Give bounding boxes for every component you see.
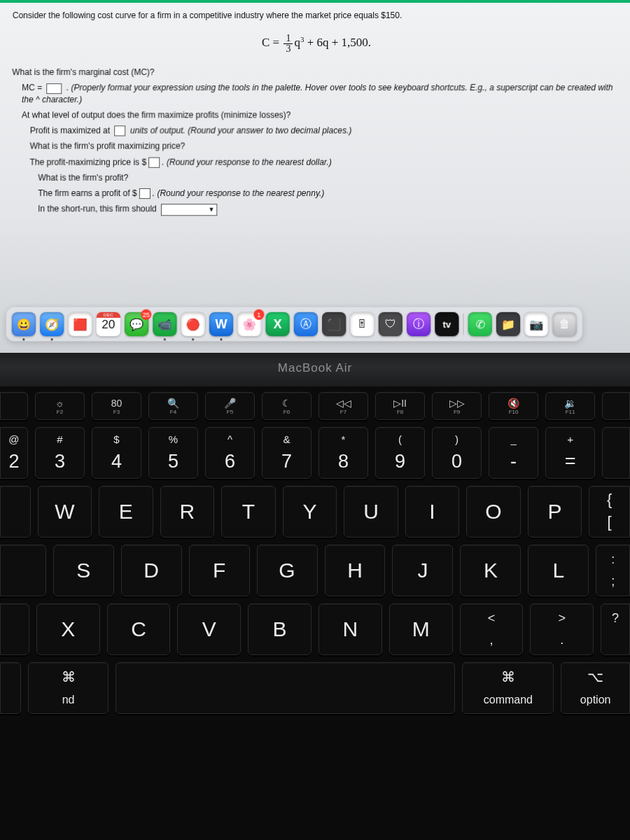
key-f1-partial[interactable] [0,392,28,420]
key-k[interactable]: K [460,545,521,596]
key-0[interactable]: )0 [432,427,482,479]
key-9[interactable]: (9 [375,427,425,479]
key-bracket-left[interactable]: {[ [589,486,630,538]
key-r[interactable]: R [160,486,215,538]
launchpad-icon[interactable]: 🟥 [68,312,92,336]
macos-dock: 😀 🧭 🟥 DEC 20 💬 25 📹 🔴 W 🌸 1 X Ⓐ ⬛ 🎚 🛡 ⓘ … [6,307,582,342]
key-a-partial[interactable] [0,545,46,596]
mc-question: What is the firm's marginal cost (MC)? [12,66,624,78]
excel-icon[interactable]: X [265,312,289,336]
calendar-icon[interactable]: DEC 20 [97,312,120,336]
key-d[interactable]: D [121,545,182,596]
key-command-left[interactable]: ⌘ nd [28,662,108,714]
key-s[interactable]: S [53,545,114,596]
facetime-icon[interactable]: 📹 [153,312,176,336]
key-h[interactable]: H [325,545,386,596]
key-g[interactable]: G [257,545,318,596]
key-lower: [ [608,513,612,531]
profit-input[interactable] [139,188,150,199]
key-5[interactable]: %5 [148,427,198,479]
key-i[interactable]: I [405,486,460,538]
key-z-partial[interactable] [0,603,29,655]
key-e[interactable]: E [99,486,153,538]
key-fn-partial[interactable] [0,662,21,714]
key-comma[interactable]: <, [460,603,524,655]
key-7[interactable]: &7 [262,427,312,479]
key-p[interactable]: P [528,486,582,538]
key-period[interactable]: >. [530,603,594,655]
key-f9[interactable]: ▷▷F9 [432,392,482,420]
fn-sym: 🔉 [564,398,576,409]
photos-icon[interactable]: 🌸 1 [237,312,261,336]
antivirus-icon[interactable]: 🛡 [379,312,402,336]
messages-icon[interactable]: 💬 25 [125,312,148,336]
trash-icon[interactable]: 🗑 [552,312,576,336]
key-l[interactable]: L [528,545,589,596]
fn-sym: ☼ [55,398,64,409]
key-n[interactable]: N [318,603,382,655]
price-input[interactable] [148,158,160,168]
key-upper: @ [8,433,19,445]
key-f10[interactable]: 🔇F10 [489,392,538,420]
key-f3[interactable]: 80F3 [92,392,141,420]
key-2-partial[interactable]: @ 2 [0,427,28,479]
fn-sym: ☾ [282,398,291,409]
output-input[interactable] [114,126,125,136]
key-f12-partial[interactable] [602,392,630,420]
key-v[interactable]: V [177,603,241,655]
key-b[interactable]: B [248,603,312,655]
key-spacebar[interactable] [115,662,455,714]
mc-input[interactable] [47,83,62,94]
finder-icon[interactable]: 😀 [12,312,36,336]
key-=[interactable]: += [545,427,595,479]
laptop-hinge: MacBook Air [0,350,630,386]
key-j[interactable]: J [392,545,453,596]
word-icon[interactable]: W [209,312,233,336]
cost-formula: C = 1 3 q3 + 6q + 1,500. [9,34,623,54]
podcasts-icon[interactable]: ⓘ [407,312,430,336]
key-4[interactable]: $4 [92,427,141,479]
key-c[interactable]: C [107,603,171,655]
key-f5[interactable]: 🎤F5 [205,392,255,420]
key-t[interactable]: T [221,486,276,538]
key-o[interactable]: O [466,486,521,538]
mixer-icon[interactable]: 🎚 [350,312,374,336]
key-f2[interactable]: ☼F2 [35,392,85,420]
key-lower: 8 [338,451,349,472]
key-m[interactable]: M [389,603,453,655]
appstore-icon[interactable]: Ⓐ [294,312,318,336]
camera-icon[interactable]: 📷 [524,312,548,336]
key-6[interactable]: ^6 [205,427,255,479]
key-command-right[interactable]: ⌘ command [462,662,554,714]
key-w[interactable]: W [38,486,92,538]
key-y[interactable]: Y [283,486,337,538]
key-f4[interactable]: 🔍F4 [148,392,198,420]
key-f8[interactable]: ▷IIF8 [375,392,425,420]
key-lower: 6 [225,451,235,472]
key-slash[interactable]: ? [601,603,630,655]
chrome-icon[interactable]: 🔴 [181,312,205,336]
cmd-glyph-r: ⌘ [501,668,515,685]
key-option-right[interactable]: ⌥ option [561,662,630,714]
whatsapp-icon[interactable]: ✆ [468,312,492,336]
key-x[interactable]: X [36,603,100,655]
folder-icon[interactable]: 📁 [496,312,520,336]
key--[interactable]: _- [489,427,538,479]
key-u[interactable]: U [344,486,398,538]
key-8[interactable]: *8 [318,427,368,479]
key-q-partial[interactable] [0,486,31,538]
key-f6[interactable]: ☾F6 [262,392,312,420]
safari-icon[interactable]: 🧭 [40,312,64,336]
key-upper: ) [455,433,458,445]
key-3[interactable]: #3 [35,427,85,479]
key-f[interactable]: F [189,545,250,596]
key-semicolon[interactable]: :; [596,545,630,596]
key-upper: & [284,433,290,445]
unknown-app-icon[interactable]: ⬛ [322,312,346,336]
key-plus-partial[interactable] [602,427,630,479]
key-f11[interactable]: 🔉F11 [545,392,595,420]
tv-icon[interactable]: tv [435,312,458,336]
fn-label: F8 [397,409,403,415]
key-f7[interactable]: ◁◁F7 [318,392,368,420]
shortrun-select[interactable] [161,204,217,216]
